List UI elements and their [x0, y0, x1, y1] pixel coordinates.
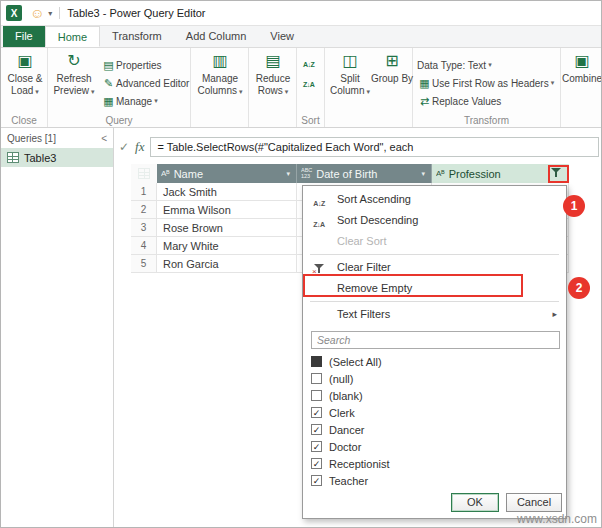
- reduce-rows-button[interactable]: ▤ Reduce Rows▾: [250, 51, 296, 96]
- formula-bar: ✓ fx: [119, 134, 599, 160]
- ribbon-tab-row: File Home Transform Add Column View: [1, 26, 601, 48]
- checkbox-null[interactable]: [311, 373, 322, 384]
- cell-name[interactable]: Mary White: [157, 237, 297, 255]
- checkbox-doctor[interactable]: [311, 441, 322, 452]
- annotation-step-2: 2: [568, 277, 590, 299]
- data-type-button[interactable]: Data Type: Text▾: [417, 57, 492, 73]
- table-grid-icon: [138, 168, 150, 179]
- name-filter-dropdown-icon[interactable]: ▾: [284, 168, 292, 180]
- group-by-button[interactable]: ⊞ Group By: [369, 51, 415, 85]
- profession-filter-menu: A↓Z Sort Ascending Z↓A Sort Descending C…: [302, 185, 567, 519]
- cancel-button[interactable]: Cancel: [506, 493, 562, 512]
- list-item: Doctor: [311, 438, 558, 455]
- checkbox-select-all[interactable]: [311, 356, 322, 367]
- cell-name[interactable]: Jack Smith: [157, 183, 297, 201]
- sort-ascending-button[interactable]: A↓Z: [303, 56, 314, 72]
- column-header-name[interactable]: Aᴮ Name ▾: [157, 164, 297, 183]
- group-label-sort: Sort: [297, 115, 324, 126]
- row-number[interactable]: 2: [131, 201, 157, 219]
- cell-name[interactable]: Ron Garcia: [157, 255, 297, 273]
- fx-icon: fx: [135, 139, 144, 155]
- reduce-rows-icon: ▤: [265, 51, 280, 71]
- cell-name[interactable]: Rose Brown: [157, 219, 297, 237]
- menu-item-clear-filter[interactable]: × Clear Filter: [303, 257, 566, 278]
- text-type-icon: Aᴮ: [161, 169, 170, 178]
- menu-item-sort-descending[interactable]: Z↓A Sort Descending: [303, 210, 566, 231]
- titlebar-divider: [59, 7, 60, 19]
- list-item: (null): [311, 370, 558, 387]
- formula-input[interactable]: [150, 137, 599, 157]
- properties-button[interactable]: ▤ Properties: [101, 57, 162, 73]
- list-item: Teacher: [311, 472, 558, 489]
- column-header-date-of-birth[interactable]: ABC 123 Date of Birth ▾: [297, 164, 432, 183]
- dropdown-caret-icon: ▾: [551, 79, 555, 87]
- dropdown-caret-icon: ▾: [154, 97, 158, 105]
- row-number[interactable]: 1: [131, 183, 157, 201]
- checkbox-blank[interactable]: [311, 390, 322, 401]
- tab-view[interactable]: View: [258, 26, 306, 47]
- close-and-load-button[interactable]: ▣ Close & Load▾: [2, 51, 48, 96]
- list-item: Receptionist: [311, 455, 558, 472]
- tab-home[interactable]: Home: [45, 26, 100, 47]
- ribbon-group-transform: Data Type: Text▾ ▦ Use First Row as Head…: [413, 48, 561, 127]
- row-number[interactable]: 5: [131, 255, 157, 273]
- cell-name[interactable]: Emma Wilson: [157, 201, 297, 219]
- menu-item-text-filters[interactable]: Text Filters ▸: [303, 304, 566, 325]
- ok-button[interactable]: OK: [451, 493, 499, 512]
- filter-search-input[interactable]: [311, 331, 560, 349]
- checkbox-teacher[interactable]: [311, 475, 322, 486]
- row-number[interactable]: 4: [131, 237, 157, 255]
- tab-file[interactable]: File: [3, 26, 45, 47]
- query-item-table3[interactable]: Table3: [1, 148, 113, 167]
- queries-panel: Queries [1] < Table3: [1, 128, 114, 528]
- grid-header-row: Aᴮ Name ▾ ABC 123 Date of Birth ▾ Aᴮ Pro…: [131, 164, 569, 183]
- replace-values-button[interactable]: ⇄ Replace Values: [417, 93, 501, 109]
- tab-add-column[interactable]: Add Column: [174, 26, 259, 47]
- sort-ascending-icon: A↓Z: [303, 61, 314, 68]
- list-item: (blank): [311, 387, 558, 404]
- refresh-preview-button[interactable]: ↻ Refresh Preview▾: [51, 51, 97, 96]
- manage-columns-icon: ▥: [212, 51, 227, 71]
- filter-value-list: (Select All) (null) (blank) Clerk Dancer…: [311, 353, 558, 489]
- manage-button[interactable]: ▦ Manage▾: [101, 93, 158, 109]
- refresh-icon: ↻: [67, 51, 80, 71]
- split-column-button[interactable]: ◫ Split Column▾: [327, 51, 373, 96]
- checkbox-clerk[interactable]: [311, 407, 322, 418]
- dropdown-caret-icon: ▾: [239, 88, 243, 95]
- advanced-editor-button[interactable]: ✎ Advanced Editor: [101, 75, 189, 91]
- split-column-icon: ◫: [342, 51, 357, 71]
- quick-access-dropdown-icon[interactable]: ▾: [48, 9, 52, 18]
- menu-separator: [310, 301, 559, 302]
- title-bar: X ☺ ▾ Table3 - Power Query Editor: [1, 1, 601, 26]
- menu-item-sort-ascending[interactable]: A↓Z Sort Ascending: [303, 189, 566, 210]
- commit-check-icon[interactable]: ✓: [119, 140, 129, 154]
- checkbox-receptionist[interactable]: [311, 458, 322, 469]
- select-all-corner-header[interactable]: [131, 164, 157, 183]
- use-first-row-as-headers-button[interactable]: ▦ Use First Row as Headers▾: [417, 75, 554, 91]
- checkbox-dancer[interactable]: [311, 424, 322, 435]
- collapse-panel-icon[interactable]: <: [101, 133, 107, 144]
- any-type-icon: ABC 123: [301, 168, 312, 180]
- menu-item-remove-empty[interactable]: Remove Empty: [303, 278, 566, 299]
- text-type-icon: Aᴮ: [436, 169, 445, 178]
- row-number[interactable]: 3: [131, 219, 157, 237]
- manage-columns-button[interactable]: ▥ Manage Columns▾: [197, 51, 243, 96]
- menu-item-clear-sort[interactable]: Clear Sort: [303, 231, 566, 252]
- dropdown-caret-icon: ▾: [488, 61, 492, 69]
- replace-values-icon: ⇄: [417, 95, 432, 108]
- combine-button[interactable]: ▣ Combine: [561, 51, 602, 85]
- column-header-profession[interactable]: Aᴮ Profession: [432, 164, 569, 183]
- sort-descending-button[interactable]: Z↓A: [303, 76, 314, 92]
- advanced-editor-icon: ✎: [101, 77, 116, 90]
- ribbon-group-reduce-rows: ▤ Reduce Rows▾: [249, 48, 297, 127]
- excel-icon: X: [6, 5, 22, 21]
- ribbon-group-manage-columns: ▥ Manage Columns▾: [191, 48, 249, 127]
- watermark: www.xsdn.com: [517, 512, 597, 526]
- first-row-headers-icon: ▦: [417, 77, 432, 90]
- tab-transform[interactable]: Transform: [100, 26, 174, 47]
- feedback-smiley-icon[interactable]: ☺: [30, 6, 44, 20]
- date-of-birth-filter-dropdown-icon[interactable]: ▾: [419, 168, 427, 180]
- table-icon: [7, 152, 19, 163]
- profession-filter-funnel-icon[interactable]: [548, 165, 564, 182]
- group-label-transform: Transform: [413, 115, 560, 126]
